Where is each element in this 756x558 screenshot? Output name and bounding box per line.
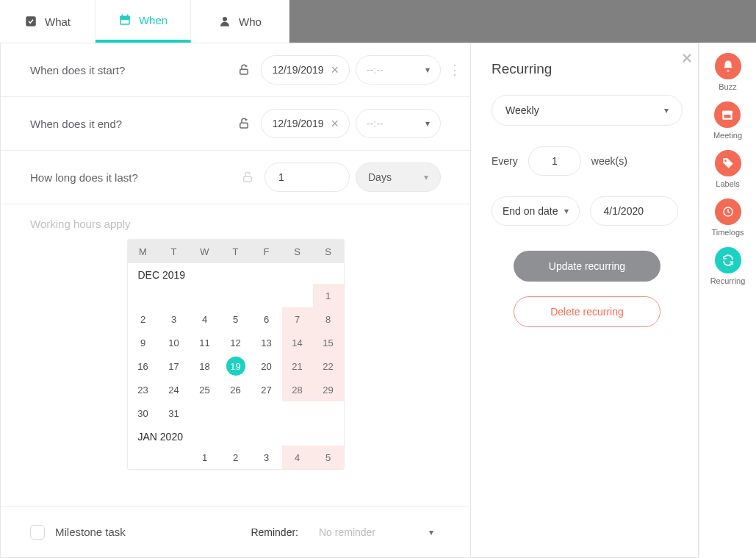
rail-label: Buzz bbox=[719, 82, 736, 91]
dow-header: F bbox=[251, 240, 282, 263]
tab-what[interactable]: What bbox=[0, 0, 96, 43]
calendar-month: JAN 2020 bbox=[128, 425, 344, 446]
end-date-value: 4/1/2020 bbox=[604, 205, 644, 217]
duration-label: How long does it last? bbox=[30, 171, 241, 184]
calendar-day[interactable]: 28 bbox=[282, 378, 313, 401]
calendar-day[interactable]: 15 bbox=[313, 331, 344, 354]
bottom-row: Milestone task Reminder: No reminder ▾ bbox=[1, 506, 470, 557]
calendar-day[interactable]: 19 bbox=[220, 354, 251, 378]
calendar-day[interactable]: 3 bbox=[159, 307, 190, 331]
calendar-day[interactable]: 24 bbox=[159, 378, 190, 401]
end-date-input[interactable]: 4/1/2020 bbox=[590, 196, 678, 226]
refresh-icon bbox=[721, 254, 735, 267]
clock-icon bbox=[721, 205, 735, 218]
chevron-down-icon: ▾ bbox=[424, 172, 428, 182]
calendar-day[interactable]: 27 bbox=[251, 378, 282, 401]
calendar-day[interactable]: 6 bbox=[251, 307, 282, 331]
delete-recurring-button[interactable]: Delete recurring bbox=[514, 296, 660, 327]
start-time-input[interactable]: --:-- ▾ bbox=[356, 55, 441, 85]
duration-value-input[interactable]: 1 bbox=[264, 162, 350, 192]
rail-recurring[interactable]: Recurring bbox=[710, 247, 746, 285]
calendar-day[interactable]: 5 bbox=[313, 446, 344, 469]
calendar-month: DEC 2019 bbox=[128, 263, 344, 284]
tab-label: When bbox=[139, 14, 168, 26]
update-recurring-button[interactable]: Update recurring bbox=[514, 251, 660, 282]
calendar-day[interactable]: 13 bbox=[251, 331, 282, 354]
end-mode-select[interactable]: End on date ▾ bbox=[492, 196, 580, 226]
calendar-day[interactable]: 3 bbox=[251, 446, 282, 469]
svg-point-13 bbox=[724, 160, 727, 162]
calendar-day[interactable]: 2 bbox=[128, 307, 159, 331]
svg-rect-12 bbox=[724, 115, 731, 118]
calendar-day[interactable]: 1 bbox=[190, 446, 220, 469]
end-row: When does it end? 12/19/2019 × --:-- ▾ bbox=[1, 97, 470, 151]
svg-rect-2 bbox=[120, 16, 130, 19]
calendar-icon bbox=[721, 108, 734, 121]
chevron-down-icon: ▾ bbox=[425, 65, 430, 75]
rail-buzz[interactable]: Buzz bbox=[715, 53, 741, 91]
tab-label: What bbox=[45, 15, 71, 28]
close-icon[interactable] bbox=[680, 51, 694, 68]
clear-icon[interactable]: × bbox=[331, 117, 339, 130]
calendar-day[interactable]: 11 bbox=[190, 331, 220, 354]
recurring-title: Recurring bbox=[492, 61, 683, 77]
calendar-day[interactable]: 25 bbox=[190, 378, 220, 401]
svg-rect-4 bbox=[127, 15, 129, 18]
lock-icon bbox=[241, 171, 254, 184]
calendar-day[interactable]: 18 bbox=[190, 354, 220, 378]
lock-icon[interactable] bbox=[237, 117, 251, 130]
calendar-day[interactable]: 31 bbox=[159, 401, 190, 425]
calendar-day[interactable]: 4 bbox=[282, 446, 313, 469]
end-time-input[interactable]: --:-- ▾ bbox=[356, 109, 441, 138]
dow-header: T bbox=[220, 240, 251, 263]
svg-rect-9 bbox=[244, 176, 252, 182]
left-panel: When does it start? 12/19/2019 × --:-- ▾… bbox=[1, 43, 471, 557]
lock-icon[interactable] bbox=[237, 63, 251, 76]
calendar-day[interactable]: 22 bbox=[313, 354, 344, 378]
chevron-down-icon: ▾ bbox=[425, 118, 430, 129]
every-value-input[interactable]: 1 bbox=[528, 146, 581, 176]
weeks-label: week(s) bbox=[591, 155, 627, 167]
end-date-input[interactable]: 12/19/2019 × bbox=[261, 109, 350, 138]
calendar-day[interactable]: 8 bbox=[313, 307, 344, 331]
calendar-day[interactable]: 1 bbox=[313, 284, 344, 307]
calendar-day[interactable]: 23 bbox=[128, 378, 159, 401]
calendar-day[interactable]: 12 bbox=[220, 331, 251, 354]
tab-when[interactable]: When bbox=[96, 0, 191, 43]
start-date-input[interactable]: 12/19/2019 × bbox=[261, 55, 350, 85]
calendar-day[interactable]: 30 bbox=[128, 401, 159, 425]
svg-rect-11 bbox=[723, 111, 733, 114]
rail-label: Meeting bbox=[713, 131, 742, 140]
calendar-day[interactable]: 4 bbox=[190, 307, 220, 331]
every-label: Every bbox=[492, 155, 518, 167]
calendar-day[interactable]: 26 bbox=[220, 378, 251, 401]
rail-labels[interactable]: Labels bbox=[715, 150, 741, 188]
calendar-day[interactable]: 20 bbox=[251, 354, 282, 378]
milestone-checkbox[interactable] bbox=[30, 525, 45, 540]
chevron-down-icon: ▾ bbox=[564, 206, 569, 216]
calendar-day[interactable]: 21 bbox=[282, 354, 313, 378]
calendar-day[interactable]: 10 bbox=[159, 331, 190, 354]
reminder-select[interactable]: No reminder ▾ bbox=[316, 518, 441, 547]
calendar-day[interactable]: 5 bbox=[220, 307, 251, 331]
chevron-down-icon: ▾ bbox=[664, 105, 669, 115]
calendar-day[interactable]: 29 bbox=[313, 378, 344, 401]
calendar-day[interactable]: 17 bbox=[159, 354, 190, 378]
calendar-day[interactable]: 7 bbox=[282, 307, 313, 331]
duration-unit-select[interactable]: Days ▾ bbox=[356, 162, 441, 192]
person-icon bbox=[218, 15, 231, 28]
calendar-day[interactable]: 16 bbox=[128, 354, 159, 378]
date-value: 12/19/2019 bbox=[272, 64, 323, 76]
chevron-down-icon: ▾ bbox=[429, 527, 433, 537]
clear-icon[interactable]: × bbox=[331, 63, 339, 76]
calendar-day[interactable]: 9 bbox=[128, 331, 159, 354]
svg-rect-3 bbox=[121, 15, 123, 18]
tab-who[interactable]: Who bbox=[191, 0, 289, 43]
calendar-day[interactable]: 14 bbox=[282, 331, 313, 354]
rail-timelogs[interactable]: Timelogs bbox=[711, 198, 744, 237]
more-icon[interactable]: ⋮ bbox=[448, 62, 461, 78]
frequency-select[interactable]: Weekly ▾ bbox=[492, 95, 683, 126]
calendar-day[interactable]: 2 bbox=[220, 446, 251, 469]
rail-meeting[interactable]: Meeting bbox=[713, 101, 742, 140]
unit-value: Days bbox=[368, 171, 392, 183]
